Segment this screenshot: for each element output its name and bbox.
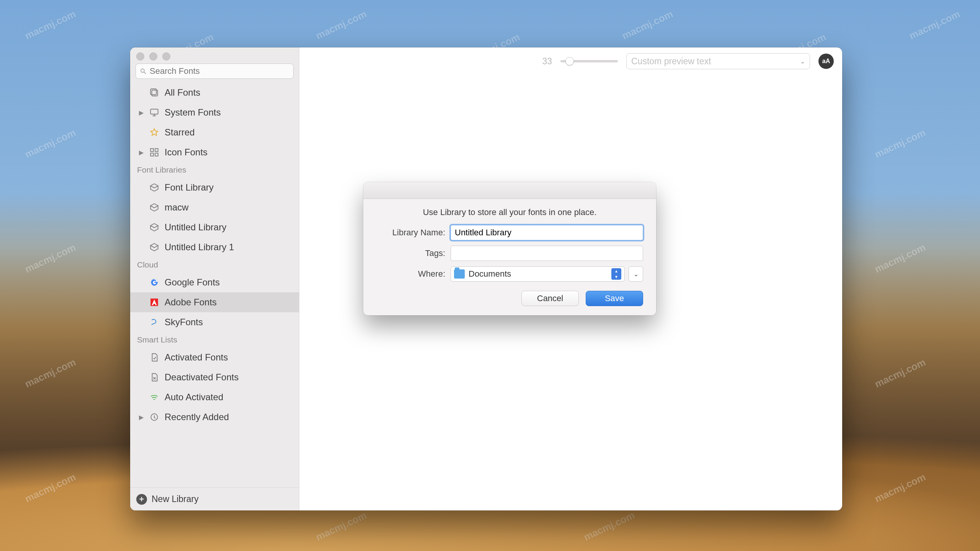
font-size-value: 33 — [542, 56, 552, 67]
adobe-icon — [149, 297, 160, 308]
expand-save-panel-button[interactable]: ⌄ — [629, 266, 643, 282]
slider-thumb[interactable] — [565, 57, 574, 65]
where-location-select[interactable]: Documents ▲▼ — [451, 266, 625, 282]
sidebar-item-label: All Fonts — [165, 87, 294, 98]
search-input[interactable] — [150, 66, 289, 76]
sidebar-item-label: System Fonts — [165, 107, 294, 118]
save-button[interactable]: Save — [586, 291, 643, 306]
sidebar-item-icon-fonts[interactable]: ▶ Icon Fonts — [130, 142, 299, 162]
google-icon — [149, 277, 160, 288]
sidebar-item-all-fonts[interactable]: All Fonts — [130, 83, 299, 103]
svg-point-0 — [141, 69, 144, 72]
sidebar-item-label: Adobe Fonts — [165, 297, 294, 308]
sidebar-item-activated-fonts[interactable]: Activated Fonts — [130, 347, 299, 367]
where-value: Documents — [469, 269, 608, 279]
svg-line-1 — [144, 72, 146, 74]
section-header-font-libraries: Font Libraries — [130, 162, 299, 178]
sidebar-item-label: Starred — [165, 127, 294, 138]
chevron-down-icon: ⌄ — [634, 271, 639, 278]
sidebar-item-starred[interactable]: Starred — [130, 122, 299, 142]
box-icon — [149, 222, 160, 233]
toolbar: 33 Custom preview text ⌄ aA — [299, 47, 842, 71]
sidebar-item-label: Recently Added — [165, 412, 294, 422]
sidebar-item-auto-activated[interactable]: Auto Activated — [130, 387, 299, 407]
tags-input[interactable] — [451, 246, 643, 261]
preview-text-select[interactable]: Custom preview text ⌄ — [626, 53, 810, 69]
box-icon — [149, 202, 160, 213]
library-name-input[interactable] — [451, 225, 643, 240]
disclosure-icon[interactable]: ▶ — [139, 149, 144, 156]
sidebar: All Fonts ▶ System Fonts Starred ▶ Icon … — [130, 47, 299, 510]
library-name-label: Library Name: — [376, 228, 445, 238]
sidebar-item-label: Icon Fonts — [165, 147, 294, 158]
wifi-icon — [149, 391, 160, 403]
where-label: Where: — [376, 269, 445, 279]
sidebar-item-label: Untitled Library 1 — [165, 242, 294, 253]
sidebar-item-label: Untitled Library — [165, 222, 294, 233]
sidebar-item-adobe-fonts[interactable]: Adobe Fonts — [130, 292, 299, 312]
sidebar-item-skyfonts[interactable]: SkyFonts — [130, 312, 299, 332]
sheet-message: Use Library to store all your fonts in o… — [376, 207, 643, 217]
section-header-smart-lists: Smart Lists — [130, 332, 299, 347]
sidebar-item-label: Auto Activated — [165, 392, 294, 403]
sidebar-item-label: Activated Fonts — [165, 352, 294, 363]
sidebar-item-untitled-library-1[interactable]: Untitled Library 1 — [130, 237, 299, 257]
new-library-label: New Library — [152, 494, 199, 504]
sidebar-item-deactivated-fonts[interactable]: Deactivated Fonts — [130, 367, 299, 387]
window-controls — [130, 47, 299, 64]
box-icon — [149, 182, 160, 193]
svg-rect-7 — [150, 148, 154, 152]
doc-check-icon — [149, 352, 160, 363]
search-icon — [140, 68, 147, 75]
zoom-button[interactable] — [162, 52, 170, 60]
plus-icon: + — [136, 494, 147, 505]
chevron-down-icon: ⌄ — [800, 58, 805, 65]
svg-rect-8 — [155, 148, 158, 152]
box-icon — [149, 241, 160, 253]
disclosure-icon[interactable]: ▶ — [139, 414, 144, 421]
svg-rect-9 — [150, 153, 154, 156]
tags-label: Tags: — [376, 248, 445, 258]
sidebar-item-label: Font Library — [165, 182, 294, 193]
sidebar-item-untitled-library[interactable]: Untitled Library — [130, 217, 299, 237]
minimize-button[interactable] — [149, 52, 157, 60]
sheet-header — [363, 182, 656, 199]
sidebar-item-system-fonts[interactable]: ▶ System Fonts — [130, 103, 299, 122]
grid-icon — [149, 147, 160, 158]
toggle-preview-mode[interactable]: aA — [818, 54, 834, 69]
stepper-icon: ▲▼ — [611, 268, 621, 280]
search-field[interactable] — [136, 64, 294, 79]
sidebar-item-label: Deactivated Fonts — [165, 372, 294, 383]
svg-rect-3 — [150, 89, 156, 95]
svg-rect-10 — [155, 153, 158, 156]
sidebar-item-label: macw — [165, 202, 294, 213]
sidebar-item-google-fonts[interactable]: Google Fonts — [130, 272, 299, 292]
sidebar-item-macw[interactable]: macw — [130, 197, 299, 217]
section-header-cloud: Cloud — [130, 257, 299, 272]
close-button[interactable] — [136, 52, 144, 60]
new-library-button[interactable]: + New Library — [130, 487, 299, 510]
cancel-button[interactable]: Cancel — [521, 291, 579, 306]
stack-icon — [149, 87, 160, 98]
svg-rect-4 — [150, 109, 158, 114]
sidebar-item-label: SkyFonts — [165, 317, 294, 328]
folder-icon — [454, 269, 465, 279]
star-icon — [149, 127, 160, 138]
skyfonts-icon — [149, 316, 160, 328]
sidebar-item-font-library[interactable]: Font Library — [130, 178, 299, 197]
font-size-slider[interactable] — [560, 60, 618, 62]
clock-icon — [149, 411, 160, 423]
sidebar-item-recently-added[interactable]: ▶ Recently Added — [130, 407, 299, 427]
sidebar-item-label: Google Fonts — [165, 277, 294, 288]
desktop-wallpaper: macmj.com macmj.com macmj.com macmj.com … — [0, 0, 980, 551]
monitor-icon — [149, 107, 160, 118]
doc-x-icon — [149, 372, 160, 383]
preview-placeholder: Custom preview text — [631, 56, 711, 67]
save-library-sheet: Use Library to store all your fonts in o… — [363, 182, 656, 315]
sidebar-tree: All Fonts ▶ System Fonts Starred ▶ Icon … — [130, 83, 299, 487]
disclosure-icon[interactable]: ▶ — [139, 109, 144, 116]
